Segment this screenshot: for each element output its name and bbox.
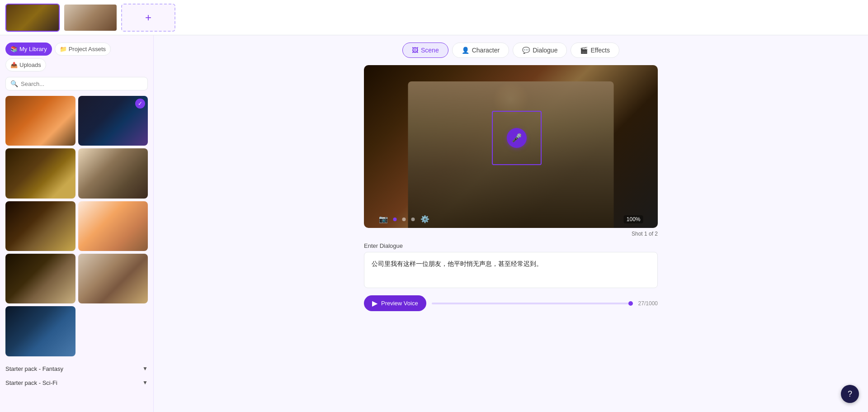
sidebar: 📚 My Library 📁 Project Assets 📤 Uploads … [0, 35, 154, 412]
scene-preview-image: 🎤 📷 ⚙️ 100% [364, 65, 658, 228]
voice-progress-dot [628, 301, 633, 306]
sidebar-tab-uploads[interactable]: 📤 Uploads [5, 58, 46, 71]
filmstrip-thumb-2[interactable] [63, 4, 118, 32]
tab-bar: 🖼 Scene 👤 Character 💬 Dialogue 🎬 Effects [165, 43, 857, 58]
scene-container: 🎤 📷 ⚙️ 100% [364, 65, 658, 228]
effects-icon: 🎬 [580, 47, 588, 54]
voice-bar: ▶ Preview Voice 27/1000 [364, 295, 658, 311]
chevron-down-icon: ▼ [142, 365, 148, 372]
main-layout: 📚 My Library 📁 Project Assets 📤 Uploads … [0, 35, 868, 412]
zoom-percent: 100% [624, 215, 643, 223]
grid-item-8[interactable] [78, 254, 148, 303]
search-bar: 🔍 [5, 77, 148, 90]
dialogue-icon: 💬 [522, 47, 530, 54]
section-fantasy[interactable]: Starter pack - Fantasy ▼ [5, 362, 148, 376]
face-detection-box: 🎤 [492, 111, 542, 165]
content-area: 🖼 Scene 👤 Character 💬 Dialogue 🎬 Effects [154, 35, 868, 412]
settings-icon: ⚙️ [420, 215, 429, 223]
grid-item-4[interactable] [78, 148, 148, 198]
grid-item-9[interactable] [5, 306, 75, 356]
tab-scene[interactable]: 🖼 Scene [402, 43, 448, 58]
timeline-dot-3[interactable] [411, 218, 415, 221]
char-count: 27/1000 [638, 300, 658, 307]
dialogue-label: Enter Dialogue [364, 242, 658, 249]
grid-item-6[interactable] [78, 201, 148, 251]
play-icon: ▶ [372, 299, 377, 308]
filmstrip: + [0, 0, 868, 35]
timeline-dot-1[interactable] [393, 218, 397, 221]
chevron-right-icon: ▼ [142, 379, 148, 386]
grid-item-3[interactable] [5, 148, 75, 198]
sidebar-tab-project-assets[interactable]: 📁 Project Assets [55, 43, 111, 56]
dialogue-text-box[interactable]: 公司里我有这样一位朋友，他平时悄无声息，甚至经常迟到。 [364, 252, 658, 288]
mic-icon: 🎤 [512, 133, 522, 143]
section-scifi[interactable]: Starter pack - Sci-Fi ▼ [5, 376, 148, 390]
help-button[interactable]: ? [841, 385, 859, 403]
grid-item-1[interactable] [5, 96, 75, 146]
tab-character[interactable]: 👤 Character [452, 43, 509, 58]
library-icon: 📚 [10, 46, 18, 52]
grid-item-5[interactable] [5, 201, 75, 251]
mic-button[interactable]: 🎤 [507, 128, 527, 148]
timeline-dot-2[interactable] [402, 218, 406, 221]
shot-label: Shot 1 of 2 [364, 231, 658, 237]
search-icon: 🔍 [10, 80, 18, 87]
upload-icon: 📤 [10, 62, 18, 68]
camera-icon: 📷 [379, 215, 388, 223]
filmstrip-add-button[interactable]: + [121, 4, 175, 32]
preview-voice-button[interactable]: ▶ Preview Voice [364, 295, 426, 311]
plus-icon: + [145, 11, 151, 24]
character-icon: 👤 [462, 47, 469, 54]
tab-dialogue[interactable]: 💬 Dialogue [513, 43, 567, 58]
sidebar-tabs: 📚 My Library 📁 Project Assets 📤 Uploads [5, 43, 148, 71]
character-image-grid [5, 96, 148, 356]
scene-controls: 📷 ⚙️ 100% [379, 215, 643, 223]
search-input[interactable] [21, 81, 143, 87]
grid-item-2[interactable] [78, 96, 148, 146]
voice-progress-track[interactable] [432, 303, 633, 304]
grid-item-7[interactable] [5, 254, 75, 303]
sidebar-tab-my-library[interactable]: 📚 My Library [5, 43, 52, 56]
folder-icon: 📁 [60, 46, 67, 52]
filmstrip-thumb-1[interactable] [5, 4, 60, 32]
scene-icon: 🖼 [412, 47, 418, 54]
tab-effects[interactable]: 🎬 Effects [571, 43, 619, 58]
